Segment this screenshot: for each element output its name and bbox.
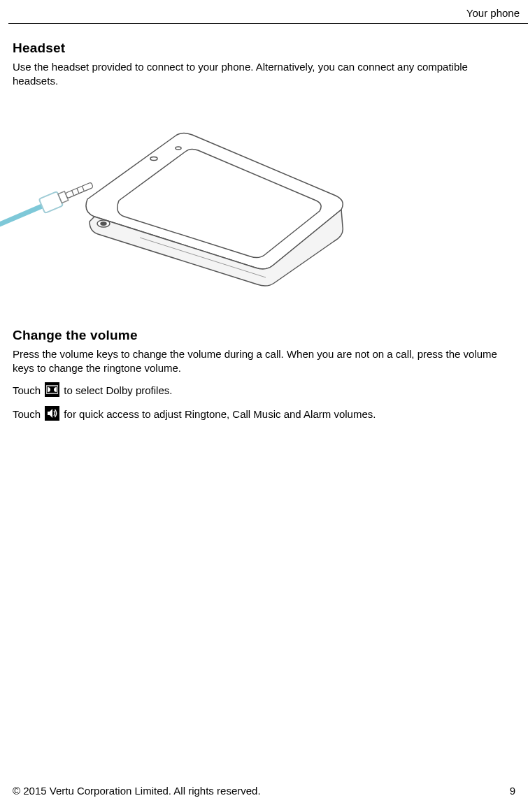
dolby-icon xyxy=(45,382,59,397)
headset-illustration xyxy=(0,115,515,297)
page-header: Your phone xyxy=(8,0,528,24)
volume-title: Change the volume xyxy=(13,328,515,343)
touch2-suffix: for quick access to adjust Ringtone, Cal… xyxy=(61,408,376,420)
breadcrumb: Your phone xyxy=(466,7,520,19)
svg-point-8 xyxy=(150,157,157,160)
settings-instruction: Touch for quick access to adjust Rington… xyxy=(13,406,515,421)
page-content: Headset Use the headset provided to conn… xyxy=(0,24,528,422)
touch1-suffix: to select Dolby profiles. xyxy=(61,384,172,396)
volume-settings-icon xyxy=(45,406,59,421)
svg-point-7 xyxy=(101,222,106,225)
headset-title: Headset xyxy=(13,41,515,56)
headset-body: Use the headset provided to connect to y… xyxy=(13,60,515,89)
dolby-instruction: Touch to select Dolby profiles. xyxy=(13,382,515,398)
phone-jack-illustration-svg xyxy=(0,115,364,297)
volume-body: Press the volume keys to change the volu… xyxy=(13,347,515,376)
touch1-prefix: Touch xyxy=(13,384,43,396)
page-number: 9 xyxy=(510,785,515,797)
svg-point-9 xyxy=(176,147,181,150)
page-footer: © 2015 Vertu Corporation Limited. All ri… xyxy=(13,785,515,797)
copyright-text: © 2015 Vertu Corporation Limited. All ri… xyxy=(13,785,261,797)
touch2-prefix: Touch xyxy=(13,408,43,420)
svg-rect-2 xyxy=(65,182,93,198)
